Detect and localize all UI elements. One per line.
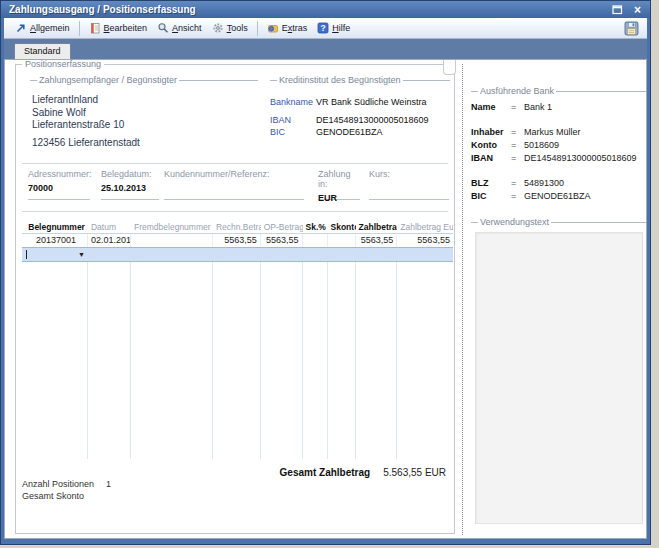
bankname-value: VR Bank Südliche Weinstra (316, 96, 426, 108)
usage-text-group-title: Verwendungstext (480, 217, 549, 227)
grid-column (22, 262, 88, 459)
menu-item-allgemein[interactable]: Allgemein (10, 18, 75, 38)
belegdatum-input[interactable]: 25.10.2013 (101, 183, 159, 193)
tab-standard[interactable]: Standard (14, 43, 71, 59)
column-header-fremdbelegnummer[interactable]: Fremdbelegnummer (131, 222, 213, 232)
bank-institute-section: Kreditinstitut des Begünstigten Bankname… (270, 75, 450, 138)
menu-item-tools[interactable]: Tools (207, 18, 253, 38)
bank-field-value: 5018609 (524, 139, 559, 152)
table-cell-zahlbetrag-euro[interactable] (397, 248, 453, 261)
table-cell-op-betrag[interactable]: 5563,55 (261, 234, 303, 247)
usage-text-area[interactable] (475, 232, 643, 524)
field-label: Belegdatum: (101, 169, 159, 179)
equals-sign: = (511, 177, 524, 190)
payee-group-label: Zahlungsempfänger / Begünstigter (30, 75, 258, 85)
iban-row: IBAN DE14548913000005018609 (270, 114, 450, 126)
table-cell-sk[interactable] (303, 248, 328, 261)
positions-table-header: BelegnummerDatumFremdbelegnummerRechn.Be… (22, 221, 453, 234)
menu-item-bearbeiten[interactable]: Bearbeiten (84, 18, 153, 38)
column-header-rechn-betrag[interactable]: Rechn.Betrag (213, 222, 261, 232)
column-header-datum[interactable]: Datum (88, 222, 131, 232)
menubar-items: AllgemeinBearbeitenAnsichtToolsExtras?Hi… (10, 18, 355, 38)
field-label: Adressnummer: (28, 169, 90, 179)
menu-label: Allgemein (30, 23, 70, 33)
restore-window-icon[interactable] (611, 4, 624, 16)
table-cell-sk[interactable] (303, 234, 328, 247)
equals-sign: = (511, 152, 524, 165)
menu-label: Hilfe (332, 23, 350, 33)
group-label: Positionserfassung (22, 59, 104, 69)
dropdown-arrow-icon[interactable]: ▼ (78, 250, 85, 259)
svg-text:?: ? (321, 23, 326, 33)
bankname-label: Bankname (270, 96, 316, 108)
table-cell-fremdbelegnummer[interactable] (131, 248, 213, 261)
bank-field-value: 54891300 (524, 177, 564, 190)
table-cell-datum[interactable]: 02.01.2013 (88, 234, 131, 247)
bank-field-label: Inhaber (471, 126, 511, 139)
table-cell-zahlbetrag[interactable] (356, 248, 398, 261)
field-adressnummer: Adressnummer: 70000 (28, 169, 90, 200)
iban-label: IBAN (270, 114, 316, 126)
usage-text-group-label: Verwendungstext (471, 217, 647, 227)
zahlung-in-input[interactable]: EUR (318, 193, 360, 203)
payee-name: LieferantInland (32, 94, 258, 107)
table-cell-op-betrag[interactable] (261, 248, 303, 261)
menu-item-ansicht[interactable]: Ansicht (152, 18, 207, 38)
grid-column (131, 262, 213, 459)
table-cell-belegnummer[interactable]: 20137001 (22, 234, 88, 247)
table-cell-datum[interactable] (88, 248, 131, 261)
table-cell-belegnummer[interactable]: ▼ (22, 248, 88, 261)
positionserfassung-group: Positionserfassung Zahlungsempfänger / B… (15, 64, 455, 534)
table-cell-rechn-betrag[interactable]: 5563,55 (213, 234, 261, 247)
grid-column (88, 262, 131, 459)
bank-field-label: IBAN (471, 152, 511, 165)
bank-institute-group-title: Kreditinstitut des Begünstigten (279, 75, 401, 85)
table-cell-zahlbetrag-euro[interactable]: 5563,55 (397, 234, 453, 247)
scrollbar-thumb[interactable] (443, 60, 456, 75)
bankname-row: Bankname VR Bank Südliche Weinstra (270, 96, 450, 108)
payee-group-title: Zahlungsempfänger / Begünstigter (39, 75, 177, 85)
grid-column (213, 262, 261, 459)
table-cell-zahlbetrag[interactable]: 5563,55 (356, 234, 398, 247)
app-window: Zahlungsausgang / Positionserfassung × A… (0, 0, 651, 545)
bank-field-label: BLZ (471, 177, 511, 190)
field-belegdatum: Belegdatum: 25.10.2013 (101, 169, 159, 200)
column-header-zahlbetrag[interactable]: Zahlbetrag (356, 222, 398, 232)
column-header-op-betrag[interactable]: OP-Betrag (261, 222, 303, 232)
table-cell-fremdbelegnummer[interactable] (131, 234, 213, 247)
skonto-total-label: Gesamt Skonto (22, 491, 84, 501)
menu-separator (79, 21, 80, 36)
tools-icon (212, 22, 224, 34)
table-cell-skonto[interactable] (328, 234, 356, 247)
menu-separator (257, 21, 258, 36)
divider (22, 163, 448, 164)
save-icon[interactable] (624, 21, 639, 36)
adressnummer-input[interactable]: 70000 (28, 183, 90, 193)
bic-label: BIC (270, 126, 316, 138)
column-header-belegnummer[interactable]: Belegnummer (22, 222, 88, 232)
divider (22, 211, 448, 212)
total-line: Gesamt Zahlbetrag 5.563,55 EUR (280, 467, 446, 478)
bank-field-label: Konto (471, 139, 511, 152)
column-header-skonto[interactable]: Skonto (328, 222, 356, 232)
positions-table-body: 2013700102.01.20135563,555563,555563,555… (22, 234, 453, 262)
tabstrip: Standard (4, 39, 647, 59)
menu-label: Ansicht (172, 23, 202, 33)
field-label: Kundennummer/Referenz: (164, 169, 304, 179)
table-cell-rechn-betrag[interactable] (213, 248, 261, 261)
column-header-zahlbetrag-euro[interactable]: Zahlbetrag Euro (397, 222, 453, 232)
table-row[interactable]: 2013700102.01.20135563,555563,555563,555… (22, 234, 453, 247)
grid-column (397, 262, 453, 459)
payee-street: Lieferantenstraße 10 (32, 119, 258, 132)
menu-item-extras[interactable]: Extras (262, 18, 313, 38)
panel-splitter[interactable] (462, 64, 463, 535)
text-caret (26, 250, 27, 259)
close-icon[interactable]: × (631, 4, 644, 16)
menu-item-hilfe[interactable]: ?Hilfe (312, 18, 355, 38)
hilfe-icon: ? (317, 22, 329, 34)
field-kurs: Kurs: (369, 169, 449, 200)
column-header-sk[interactable]: Sk.% (303, 222, 328, 232)
selected-entry-row[interactable]: ▼ (22, 247, 453, 262)
table-cell-skonto[interactable] (328, 248, 356, 261)
bank-field-value: Markus Müller (524, 126, 581, 139)
